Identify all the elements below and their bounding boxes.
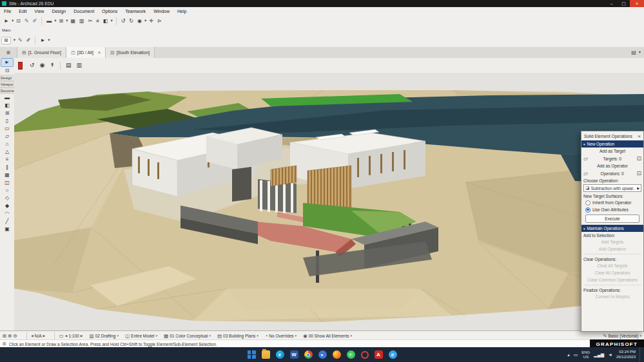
object-tool-icon[interactable]: ◫ bbox=[1, 179, 13, 187]
radio-inherit-from-operator[interactable]: Inherit from Operator bbox=[581, 199, 643, 206]
railing-tool-icon[interactable]: ∥ bbox=[1, 164, 13, 171]
clear-common-operations-button[interactable]: Clear Common Operations bbox=[581, 276, 643, 283]
hidden-icons-caret[interactable]: ▴ bbox=[567, 352, 570, 357]
menu-design[interactable]: Design bbox=[48, 7, 70, 15]
arrow-tool-icon[interactable]: ► bbox=[1, 58, 14, 67]
fit-view-icon[interactable]: ⊞ bbox=[3, 333, 6, 339]
clock[interactable]: 02:24 PM 26/12/2023 bbox=[616, 350, 636, 359]
orbit-icon[interactable]: ↺ bbox=[27, 62, 37, 69]
layout-page2-icon[interactable]: ▥ bbox=[73, 62, 84, 69]
menu-edit[interactable]: Edit bbox=[15, 7, 30, 15]
firefox-icon[interactable] bbox=[333, 350, 341, 359]
measure-icon[interactable]: ✛ bbox=[147, 18, 155, 24]
zoom-in-icon[interactable]: ⊕ bbox=[8, 333, 12, 339]
menu-document[interactable]: Document bbox=[70, 7, 98, 15]
minimize-button[interactable]: – bbox=[605, 0, 618, 7]
toolbox-section-document[interactable]: Docume bbox=[0, 88, 15, 94]
operation-dropdown[interactable]: ◪ Subtraction with upwar... ▶ bbox=[583, 184, 641, 192]
explore-icon[interactable]: ◉ bbox=[37, 62, 48, 69]
window-tool-icon[interactable]: ⊞ bbox=[1, 110, 13, 117]
clear-all-targets-button[interactable]: Clear All Targets bbox=[581, 262, 643, 269]
pen-icon[interactable]: ✐ bbox=[31, 18, 39, 24]
tab-ground-floor[interactable]: ▤ [1. Ground Floor] bbox=[17, 47, 66, 58]
add-operators-button[interactable]: Add Operators bbox=[581, 245, 643, 252]
view-navigation-control[interactable]: ◀ N/A ▶ bbox=[31, 334, 46, 338]
panel-close-icon[interactable]: × bbox=[638, 133, 641, 139]
undo-icon[interactable]: ↺ bbox=[119, 18, 128, 24]
zoom-out-icon[interactable]: ⊖ bbox=[14, 333, 17, 339]
model-view-control[interactable]: ◫ Entire Model ▾ bbox=[125, 333, 157, 339]
language-indicator[interactable]: ENG US bbox=[581, 350, 590, 359]
3d-viewport[interactable] bbox=[14, 73, 644, 330]
ie-icon[interactable]: e bbox=[389, 350, 397, 359]
pen-icon[interactable]: ✐ bbox=[24, 37, 33, 44]
mesh-tool-icon[interactable]: △ bbox=[1, 148, 13, 156]
arrow-dropdown-icon[interactable]: ▾ bbox=[47, 38, 50, 43]
menu-help[interactable]: Help bbox=[173, 7, 190, 15]
section-maintain-operations[interactable]: ▾ Maintain Operations bbox=[581, 225, 643, 232]
wall-icon[interactable]: ▬ bbox=[44, 18, 54, 24]
start-button-icon[interactable] bbox=[248, 350, 256, 359]
menu-options[interactable]: Options bbox=[98, 7, 121, 15]
next-view-icon[interactable]: ▶ bbox=[43, 334, 46, 338]
marquee-tool-icon[interactable]: ⊡ bbox=[14, 18, 23, 24]
walk-icon[interactable]: ↟ bbox=[47, 62, 57, 69]
rows-icon[interactable]: ▥ bbox=[77, 18, 86, 24]
cut-icon[interactable]: ✂ bbox=[86, 18, 95, 24]
volume-icon[interactable]: ◄ bbox=[608, 352, 612, 357]
folder-icon[interactable]: ▣ bbox=[1, 225, 13, 233]
line-tool-icon[interactable]: ╱ bbox=[1, 218, 13, 225]
marquee-tool-icon[interactable]: ⊡ bbox=[1, 67, 13, 75]
arrow-tool-icon[interactable]: ► bbox=[2, 18, 11, 24]
cells-icon[interactable]: ▦ bbox=[69, 18, 78, 24]
roof-tool-icon[interactable]: ⌂ bbox=[1, 140, 13, 148]
radio-use-own-attributes[interactable]: Use Own Attributes bbox=[581, 206, 643, 213]
wall-tool-icon[interactable]: ▬ bbox=[1, 94, 13, 102]
stair-tool-icon[interactable]: ≡ bbox=[1, 156, 13, 164]
pick-operator-button[interactable]: ⊡ bbox=[636, 170, 641, 176]
acrobat-icon[interactable]: A bbox=[375, 350, 383, 359]
add-targets-button[interactable]: Add Targets bbox=[581, 238, 643, 245]
target-icon[interactable]: ◉ bbox=[135, 18, 144, 24]
zone-tool-icon[interactable]: ◇ bbox=[1, 195, 13, 202]
show-desktop-button[interactable] bbox=[639, 347, 642, 362]
tab-list-icon[interactable]: ▤ bbox=[629, 50, 638, 56]
tab-south-elevation[interactable]: ▥ [South Elevation] bbox=[106, 47, 155, 58]
clear-all-operators-button[interactable]: Clear All Operators bbox=[581, 269, 643, 276]
layout-grid-icon[interactable]: ⊞ bbox=[1, 37, 11, 44]
slab-tool-icon[interactable]: ▱ bbox=[1, 133, 13, 140]
pencil-icon[interactable]: ✎ bbox=[23, 18, 31, 24]
grid-icon[interactable]: ⊞ bbox=[57, 18, 66, 24]
close-button[interactable]: × bbox=[630, 0, 644, 7]
maps-icon[interactable]: ► bbox=[318, 350, 327, 359]
edge-icon[interactable]: e bbox=[276, 350, 284, 359]
morph-tool-icon[interactable]: ◆ bbox=[1, 202, 13, 210]
redo-icon[interactable]: ↻ bbox=[127, 18, 135, 24]
menu-file[interactable]: File bbox=[0, 7, 15, 15]
file-explorer-icon[interactable] bbox=[262, 350, 270, 359]
word-icon[interactable]: W bbox=[290, 350, 298, 359]
beam-tool-icon[interactable]: ▭ bbox=[1, 125, 13, 133]
column-tool-icon[interactable]: ▯ bbox=[1, 117, 13, 125]
tab-options-icon[interactable]: ▾ bbox=[638, 50, 641, 55]
hash-icon[interactable]: # bbox=[94, 18, 101, 24]
toolbox-section-viewpoint[interactable]: Viewpoi bbox=[0, 81, 15, 88]
toolbox-section-design[interactable]: Design bbox=[0, 75, 15, 81]
renovation-filter-control[interactable]: ◉ 00 Show All Elements ▾ bbox=[303, 333, 352, 339]
lamp-tool-icon[interactable]: ○ bbox=[1, 187, 13, 195]
layout-page-icon[interactable]: ▤ bbox=[63, 62, 74, 69]
opera-icon[interactable] bbox=[361, 351, 369, 359]
whatsapp-icon[interactable]: ✆ bbox=[347, 350, 355, 359]
prev-view-icon[interactable]: ◀ bbox=[31, 334, 34, 338]
scale-control[interactable]: ▭ ◀ 1:100 ▶ bbox=[59, 333, 83, 339]
scale-next-icon[interactable]: ▶ bbox=[81, 334, 83, 338]
menu-window[interactable]: Window bbox=[150, 7, 173, 15]
door-icon[interactable]: ◧ bbox=[101, 18, 110, 24]
chrome-icon[interactable] bbox=[304, 350, 313, 359]
flag-icon[interactable]: ⊳ bbox=[155, 18, 164, 24]
navigator-popup-icon[interactable]: ⊞ bbox=[0, 47, 17, 58]
menu-teamwork[interactable]: Teamwork bbox=[121, 7, 150, 15]
execute-button[interactable]: Execute bbox=[585, 214, 639, 223]
network-icon[interactable]: ▂▄▆ bbox=[594, 352, 604, 357]
tab-3d-all[interactable]: ◫ [3D / All] × bbox=[66, 47, 106, 58]
